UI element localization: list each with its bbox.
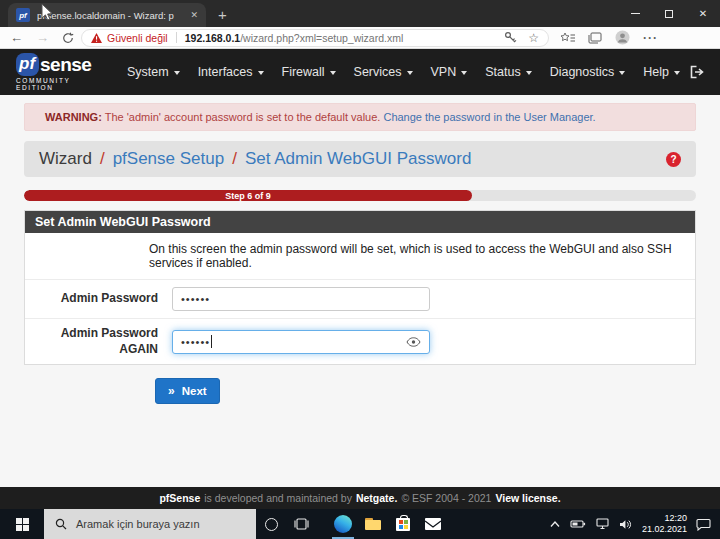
minimize-icon: [631, 13, 640, 14]
warning-text: The 'admin' account password is set to t…: [105, 111, 381, 123]
breadcrumb-separator: /: [232, 149, 237, 169]
task-view-icon: [294, 518, 309, 530]
admin-password-again-row: Admin Password AGAIN ••••••: [25, 319, 695, 364]
browser-tab[interactable]: pf pfSense.localdomain - Wizard: p ✕: [8, 3, 206, 27]
breadcrumb-separator: /: [100, 149, 105, 169]
admin-password-label: Admin Password: [25, 291, 158, 307]
collections-icon[interactable]: [588, 32, 602, 44]
new-tab-button[interactable]: +: [218, 7, 227, 22]
taskbar-store-button[interactable]: [388, 509, 418, 539]
footer-copyright: © ESF 2004 - 2021: [401, 492, 491, 504]
pfsense-footer: pfSense is developed and maintained by N…: [0, 487, 720, 509]
chevron-down-icon: [258, 71, 264, 78]
warning-banner: WARNING: The 'admin' account password is…: [24, 103, 696, 131]
network-icon[interactable]: [595, 518, 610, 530]
pfsense-logo-pf: pf: [16, 53, 39, 76]
maximize-icon: [665, 10, 673, 18]
footer-brand-link[interactable]: pfSense: [159, 492, 200, 504]
pfsense-logo-sense: sense: [40, 54, 91, 76]
chevron-down-icon: [526, 71, 532, 78]
tab-title: pfSense.localdomain - Wizard: p: [37, 10, 184, 21]
breadcrumb-current-link[interactable]: Set Admin WebGUI Password: [245, 149, 471, 169]
close-button[interactable]: ✕: [686, 0, 720, 27]
pfsense-logo[interactable]: pf sense COMMUNITY EDITION: [16, 53, 102, 91]
start-button[interactable]: [0, 509, 44, 539]
action-center-icon[interactable]: [696, 518, 711, 531]
footer-netgate-link[interactable]: Netgate.: [356, 492, 397, 504]
next-button[interactable]: » Next: [155, 378, 220, 404]
address-bar[interactable]: Güvenli değil 192.168.0.1 /wizard.php?xm…: [81, 29, 549, 47]
help-icon[interactable]: ?: [666, 152, 681, 167]
browser-tab-strip: pf pfSense.localdomain - Wizard: p ✕ + ✕: [0, 0, 720, 27]
url-path: /wizard.php?xml=setup_wizard.xml: [240, 32, 403, 44]
search-icon: [55, 518, 67, 530]
maximize-button[interactable]: [652, 0, 686, 27]
pfsense-favicon: pf: [16, 8, 30, 22]
warning-prefix: WARNING:: [45, 111, 102, 123]
nav-interfaces[interactable]: Interfaces: [189, 60, 273, 84]
taskbar-explorer-button[interactable]: [358, 509, 388, 539]
progress-label: Step 6 of 9: [225, 191, 271, 201]
forward-icon: →: [36, 31, 49, 44]
task-view-button[interactable]: [286, 509, 316, 539]
page-content: WARNING: The 'admin' account password is…: [0, 95, 720, 487]
clock-time: 12:20: [642, 513, 687, 524]
password-key-icon[interactable]: [504, 31, 517, 44]
chevron-down-icon: [174, 71, 180, 78]
favorites-bar-icon[interactable]: [561, 32, 575, 44]
taskbar-clock[interactable]: 12:20 21.02.2021: [642, 513, 687, 536]
chevron-down-icon: [619, 71, 625, 78]
cortana-button[interactable]: [256, 509, 286, 539]
nav-diagnostics[interactable]: Diagnostics: [541, 60, 635, 84]
nav-vpn[interactable]: VPN: [422, 60, 477, 84]
admin-password-again-label: Admin Password AGAIN: [25, 326, 158, 357]
main-nav: System Interfaces Firewall Services VPN …: [118, 60, 689, 84]
chevron-down-icon: [330, 71, 336, 78]
edge-icon: [334, 515, 352, 533]
admin-password-again-input[interactable]: ••••••: [172, 330, 430, 354]
eye-icon: [406, 337, 421, 347]
next-chevrons-icon: »: [168, 384, 175, 398]
back-icon[interactable]: ←: [10, 31, 23, 44]
reveal-password-button[interactable]: [406, 337, 421, 347]
nav-firewall[interactable]: Firewall: [273, 60, 345, 84]
password-panel: Set Admin WebGUI Password On this screen…: [24, 210, 696, 365]
clock-date: 21.02.2021: [642, 524, 687, 535]
logout-icon: [689, 65, 704, 79]
security-warning-icon: [91, 33, 102, 43]
volume-icon[interactable]: [619, 519, 633, 530]
url-divider: [176, 32, 177, 43]
chevron-down-icon: [407, 71, 413, 78]
battery-icon[interactable]: [570, 519, 586, 529]
nav-help[interactable]: Help: [634, 60, 689, 84]
refresh-icon[interactable]: [62, 32, 74, 44]
footer-text: is developed and maintained by: [204, 492, 352, 504]
panel-description: On this screen the admin password will b…: [25, 233, 695, 280]
logout-button[interactable]: [689, 65, 704, 79]
profile-avatar-icon[interactable]: [615, 30, 630, 45]
url-host: 192.168.0.1: [185, 32, 240, 44]
wizard-progress-track: Step 6 of 9: [24, 190, 696, 201]
tab-close-icon[interactable]: ✕: [190, 10, 198, 20]
windows-logo-icon: [16, 518, 29, 531]
user-manager-link[interactable]: Change the password in the User Manager.: [383, 111, 595, 123]
favorite-star-icon[interactable]: ☆: [528, 32, 539, 44]
admin-password-input[interactable]: ••••••: [172, 287, 430, 311]
breadcrumb-setup-link[interactable]: pfSense Setup: [113, 149, 225, 169]
community-edition-label: COMMUNITY EDITION: [16, 77, 102, 91]
minimize-button[interactable]: [618, 0, 652, 27]
taskbar-search[interactable]: Aramak için buraya yazın: [44, 509, 256, 539]
pfsense-header: pf sense COMMUNITY EDITION System Interf…: [0, 49, 720, 95]
security-warning-label[interactable]: Güvenli değil: [107, 32, 168, 44]
taskbar-edge-button[interactable]: [328, 509, 358, 539]
more-menu-icon[interactable]: ···: [643, 31, 658, 45]
system-tray: 12:20 21.02.2021: [549, 509, 720, 539]
taskbar-mail-button[interactable]: [418, 509, 448, 539]
hidden-icons-chevron[interactable]: [549, 520, 561, 528]
file-explorer-icon: [365, 518, 381, 530]
nav-services[interactable]: Services: [345, 60, 422, 84]
footer-license-link[interactable]: View license.: [495, 492, 560, 504]
nav-status[interactable]: Status: [476, 60, 540, 84]
nav-system[interactable]: System: [118, 60, 189, 84]
window-controls: ✕: [618, 0, 720, 27]
